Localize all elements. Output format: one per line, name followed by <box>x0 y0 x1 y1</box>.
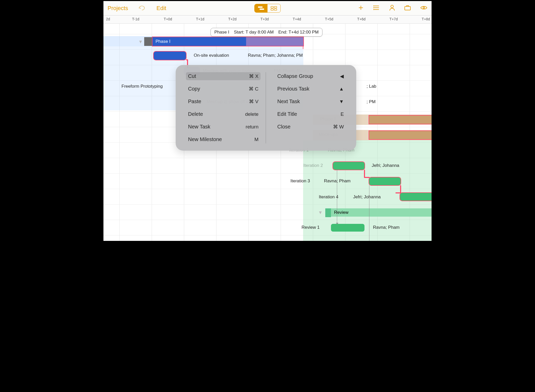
svg-point-8 <box>374 9 374 10</box>
day-label: T-1d <box>132 17 139 21</box>
projects-button[interactable]: Projects <box>108 5 128 12</box>
menu-item[interactable]: Paste⌘ V <box>186 97 261 105</box>
svg-point-9 <box>391 5 393 8</box>
green-band <box>303 140 433 242</box>
day-label: T+6d <box>357 17 366 21</box>
review-handle[interactable] <box>325 208 331 217</box>
menu-item-label: Copy <box>188 86 200 92</box>
menu-item-shortcut: ▼ <box>339 99 344 104</box>
menu-item-shortcut: M <box>254 137 258 142</box>
menu-item[interactable]: New MilestoneM <box>186 135 261 143</box>
menu-col-left: Cut⌘ XCopy⌘ CPaste⌘ VDeletedeleteNew Tas… <box>186 72 266 143</box>
menu-item[interactable]: Copy⌘ C <box>186 85 261 93</box>
svg-rect-5 <box>274 9 277 10</box>
menu-item[interactable]: Next Task▼ <box>275 97 346 105</box>
iter4-label: Iteration 4 <box>319 194 338 200</box>
view-segmented-control[interactable] <box>254 4 281 13</box>
disclosure-phase1[interactable]: ▼ <box>138 39 143 45</box>
menu-item-shortcut: return <box>246 124 258 130</box>
day-label: T+7d <box>390 17 398 21</box>
timeline-header: 2d T-1d T+0d T+1d T+2d T+3d T+4d T+5d T+… <box>103 15 432 24</box>
svg-rect-4 <box>271 9 273 10</box>
iter4-bar[interactable] <box>400 193 433 201</box>
day-label: T+2d <box>228 17 237 21</box>
menu-item-shortcut: ◀ <box>340 73 344 79</box>
group-handle[interactable] <box>144 37 152 46</box>
onsite-label: On-site evaluation <box>194 53 229 58</box>
review1-bar[interactable] <box>331 224 364 232</box>
menu-item-label: Next Task <box>277 99 300 104</box>
svg-rect-3 <box>274 6 277 8</box>
menu-item-shortcut: ⌘ X <box>249 73 258 79</box>
freeform-label: Freeform Prototyping <box>121 84 163 89</box>
iter3-label: Iteration 3 <box>290 178 310 184</box>
menu-item-shortcut: ⌘ C <box>249 86 258 92</box>
phase2-bar[interactable] <box>369 116 433 124</box>
svg-rect-1 <box>260 9 264 10</box>
iter3-bar[interactable] <box>369 177 401 185</box>
svg-point-11 <box>423 7 425 9</box>
disclosure-review[interactable]: ▼ <box>318 210 323 215</box>
tooltip-name: Phase I <box>214 30 229 35</box>
onsite-resources: Ravna; Pham; Johanna; PM <box>248 53 303 58</box>
eye-icon[interactable] <box>420 5 427 11</box>
menu-item[interactable]: New Taskreturn <box>186 123 261 131</box>
phase1-bar[interactable]: Phase I <box>152 37 303 46</box>
menu-item-shortcut: ⌘ V <box>249 99 258 104</box>
onsite-bar[interactable] <box>154 52 186 60</box>
menu-item[interactable]: Previous Task▲ <box>275 85 346 93</box>
tooltip-start: Start: T day 8:00 AM <box>234 30 274 35</box>
menu-item-label: New Task <box>188 124 210 130</box>
review1-label: Review 1 <box>302 225 320 230</box>
outline-icon[interactable] <box>373 5 380 12</box>
review1-res: Ravna; Pham <box>373 225 400 230</box>
day-label: 2d <box>106 17 110 21</box>
menu-item-label: Close <box>277 124 290 130</box>
day-label: T+1d <box>196 17 204 21</box>
menu-item[interactable]: Deletedelete <box>186 110 261 118</box>
menu-item-label: Cut <box>188 73 196 79</box>
add-icon[interactable] <box>358 5 364 12</box>
menu-item-label: New Milestone <box>188 136 222 142</box>
menu-col-right: Collapse Group◀Previous Task▲Next Task▼E… <box>266 72 346 143</box>
briefcase-icon[interactable] <box>404 5 411 12</box>
view-gantt-icon[interactable] <box>255 4 268 12</box>
day-label: T+0d <box>164 17 172 21</box>
menu-item-shortcut: ⌘ W <box>333 124 344 130</box>
menu-item[interactable]: Close⌘ W <box>275 123 346 131</box>
phase1-title: Phase I <box>156 39 171 44</box>
iter3-res: Ravna; Pham <box>324 178 351 184</box>
svg-point-6 <box>374 5 374 6</box>
review-bar[interactable]: Review <box>331 208 433 217</box>
menu-item[interactable]: Collapse Group◀ <box>275 72 346 80</box>
svg-rect-10 <box>405 6 410 10</box>
menu-item-label: Edit Title <box>277 111 297 117</box>
edit-button[interactable]: Edit <box>156 5 166 12</box>
day-label: T+5d <box>325 17 333 21</box>
gantt-grid[interactable]: ▼ Phase I On-site evaluation Ravna; Pham… <box>103 24 432 241</box>
menu-item[interactable]: Cut⌘ X <box>186 72 261 80</box>
day-label: T+4d <box>293 17 301 21</box>
undo-icon[interactable] <box>138 5 146 12</box>
menu-item-shortcut: delete <box>245 111 258 117</box>
review-title: Review <box>334 210 348 215</box>
person-icon[interactable] <box>389 5 395 12</box>
menu-item-label: Paste <box>188 99 201 104</box>
view-board-icon[interactable] <box>268 4 280 12</box>
toolbar: Projects Edit <box>103 1 432 15</box>
iter4-res: Jefri; Johanna <box>353 194 381 200</box>
iter2-label: Iteration 2 <box>303 163 323 168</box>
iter2-res: Jefri; Johanna <box>372 163 399 168</box>
menu-item-label: Collapse Group <box>277 73 313 79</box>
menu-item-label: Delete <box>188 111 203 117</box>
tooltip-end: End: T+4d 12:00 PM <box>278 30 319 35</box>
svg-point-7 <box>374 7 374 8</box>
freeform-res-tail: ; Lab <box>367 84 376 89</box>
iter2-bar[interactable] <box>333 162 364 170</box>
meetup-res-tail: ; PM <box>367 99 376 104</box>
svg-rect-2 <box>271 6 273 8</box>
day-label: T+8d <box>422 17 430 21</box>
context-menu: Cut⌘ XCopy⌘ CPaste⌘ VDeletedeleteNew Tas… <box>176 65 356 151</box>
mockups-bar[interactable] <box>369 131 433 139</box>
menu-item[interactable]: Edit TitleE <box>275 110 346 118</box>
